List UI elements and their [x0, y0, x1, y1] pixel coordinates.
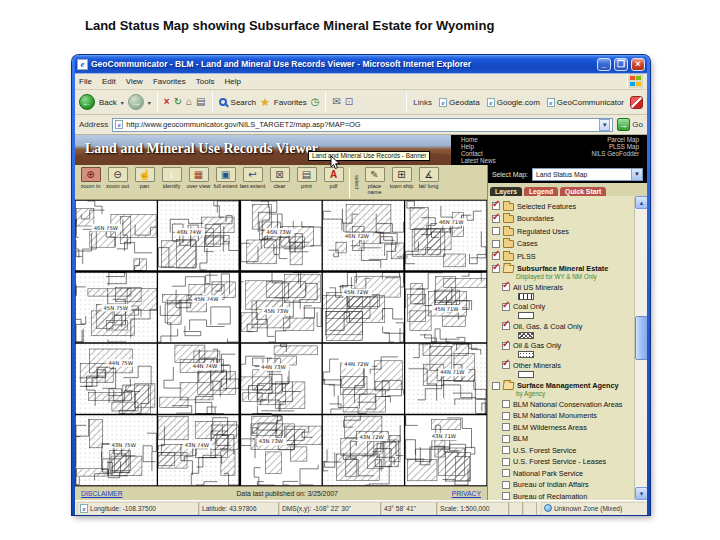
- tool-latlong[interactable]: lat/ long: [415, 167, 442, 195]
- privacy-link[interactable]: PRIVACY: [452, 490, 481, 497]
- link-item[interactable]: e Google.com: [487, 98, 540, 107]
- go-button[interactable]: → Go: [617, 118, 643, 131]
- select-group-label: select: [352, 167, 361, 197]
- link-item[interactable]: e Geodata: [439, 98, 480, 107]
- layer-label[interactable]: BLM Wilderness Areas: [513, 423, 587, 432]
- layer-label[interactable]: BLM: [513, 434, 528, 443]
- layer-label[interactable]: U.S. Forest Service - Leases: [513, 457, 606, 466]
- tool-pan[interactable]: pan: [131, 167, 158, 189]
- layer-checkbox[interactable]: [502, 322, 510, 330]
- scroll-thumb[interactable]: [635, 316, 647, 360]
- tool-full-extent[interactable]: full extent: [212, 167, 239, 189]
- layer-checkbox[interactable]: [502, 303, 510, 311]
- favorites-label[interactable]: Favorites: [274, 98, 307, 107]
- layer-checkbox[interactable]: [502, 283, 510, 291]
- layer-label[interactable]: Boundaries: [517, 214, 554, 223]
- address-dropdown-icon[interactable]: ▼: [599, 119, 610, 131]
- menu-item[interactable]: Favorites: [153, 77, 186, 86]
- layer-label[interactable]: Coal Only: [513, 302, 545, 311]
- layer-label[interactable]: All US Minerals: [513, 283, 563, 292]
- search-label[interactable]: Search: [231, 98, 256, 107]
- layer-checkbox[interactable]: [502, 435, 510, 443]
- favorites-icon[interactable]: ★: [260, 96, 270, 109]
- layer-checkbox[interactable]: [502, 458, 510, 466]
- layer-checkbox[interactable]: [502, 469, 510, 477]
- close-button[interactable]: ×: [631, 58, 645, 71]
- layer-checkbox[interactable]: [502, 400, 510, 408]
- address-input[interactable]: e http://www.geocommunicator.gov/NILS_TA…: [112, 118, 613, 132]
- layer-label[interactable]: Cases: [517, 239, 538, 248]
- layer-label[interactable]: Selected Features: [517, 202, 576, 211]
- addon-icon[interactable]: [630, 96, 643, 109]
- mail-icon[interactable]: ✉: [332, 97, 340, 107]
- layer-checkbox[interactable]: [492, 227, 500, 235]
- panel-tab[interactable]: Layers: [490, 187, 522, 196]
- layer-label[interactable]: Subsurface Mineral Estate: [517, 264, 608, 273]
- tool-clear[interactable]: clear: [266, 167, 293, 189]
- layer-checkbox[interactable]: [492, 202, 500, 210]
- media-icon[interactable]: ⊡: [345, 97, 353, 107]
- tool-pdf[interactable]: pdf: [320, 167, 347, 189]
- map-canvas[interactable]: 46N 75W46N 74W46N 73W46N 72W46N 71W45N 7…: [75, 200, 487, 486]
- layer-label[interactable]: Other Minerals: [513, 361, 561, 370]
- banner-map-link[interactable]: NILS GeoFodder: [591, 151, 639, 158]
- tool-zoom-in[interactable]: zoom in: [77, 167, 104, 189]
- layer-checkbox[interactable]: [502, 412, 510, 420]
- scroll-down-icon[interactable]: ▼: [635, 487, 647, 500]
- layer-checkbox[interactable]: [502, 492, 510, 500]
- layer-label[interactable]: Surface Management Agency: [517, 381, 619, 390]
- tool-zoom-out[interactable]: zoom out: [104, 167, 131, 189]
- forward-icon[interactable]: →: [128, 94, 144, 110]
- menu-item[interactable]: Edit: [102, 77, 116, 86]
- layer-checkbox[interactable]: [502, 423, 510, 431]
- layer-checkbox[interactable]: [492, 382, 500, 390]
- disclaimer-link[interactable]: DISCLAIMER: [81, 490, 123, 497]
- tool-last-extent[interactable]: last extent: [239, 167, 266, 189]
- panel-tab[interactable]: Legend: [524, 187, 558, 196]
- layer-checkbox[interactable]: [492, 252, 500, 260]
- menu-item[interactable]: View: [126, 77, 143, 86]
- layer-checkbox[interactable]: [492, 240, 500, 248]
- tool-print[interactable]: print: [293, 167, 320, 189]
- panel-tab[interactable]: Quick Start: [560, 187, 606, 196]
- back-label[interactable]: Back: [99, 98, 117, 107]
- layer-label[interactable]: Bureau of Reclamation: [513, 492, 587, 501]
- layer-checkbox[interactable]: [502, 481, 510, 489]
- layer-label[interactable]: PLSS: [517, 252, 536, 261]
- panel-scrollbar[interactable]: ▲ ▼: [634, 196, 647, 500]
- tool-overview[interactable]: over view: [185, 167, 212, 189]
- refresh-icon[interactable]: ↻: [174, 97, 182, 107]
- links-label: Links: [413, 98, 432, 107]
- menu-item[interactable]: File: [79, 77, 92, 86]
- layer-label[interactable]: Regulated Uses: [517, 227, 569, 236]
- layer-label[interactable]: Bureau of Indian Affairs: [513, 480, 589, 489]
- layer-checkbox[interactable]: [492, 265, 500, 273]
- layer-checkbox[interactable]: [502, 361, 510, 369]
- banner-nav-link[interactable]: Latest News: [461, 158, 496, 165]
- layer-label[interactable]: BLM National Conservation Areas: [513, 400, 623, 409]
- stop-icon[interactable]: ×: [164, 97, 170, 107]
- layer-label[interactable]: Oil & Gas Only: [513, 341, 561, 350]
- layer-checkbox[interactable]: [502, 342, 510, 350]
- layer-label[interactable]: BLM National Monuments: [513, 411, 597, 420]
- scroll-up-icon[interactable]: ▲: [635, 196, 647, 209]
- layer-checkbox[interactable]: [502, 446, 510, 454]
- layer-checkbox[interactable]: [492, 215, 500, 223]
- layer-label[interactable]: National Park Service: [513, 469, 583, 478]
- home-icon[interactable]: ⌂: [186, 97, 192, 107]
- back-icon[interactable]: ←: [79, 94, 95, 110]
- minimize-button[interactable]: _: [597, 58, 611, 71]
- tool-township[interactable]: town ship: [388, 167, 415, 195]
- link-item[interactable]: e GeoCommunicator: [547, 98, 624, 107]
- search-icon[interactable]: [219, 98, 227, 106]
- print-icon[interactable]: ▤: [196, 97, 205, 107]
- tool-identify[interactable]: identify: [158, 167, 185, 189]
- menu-item[interactable]: Tools: [196, 77, 215, 86]
- layer-label[interactable]: U.S. Forest Service: [513, 446, 576, 455]
- menu-item[interactable]: Help: [224, 77, 240, 86]
- layer-label[interactable]: Oil, Gas, & Coal Only: [513, 322, 582, 331]
- history-icon[interactable]: ◷: [311, 97, 320, 107]
- select-map-dropdown[interactable]: Land Status Map ▼: [532, 168, 643, 181]
- maximize-button[interactable]: ❐: [614, 58, 628, 71]
- tool-place-name[interactable]: place name: [361, 167, 388, 195]
